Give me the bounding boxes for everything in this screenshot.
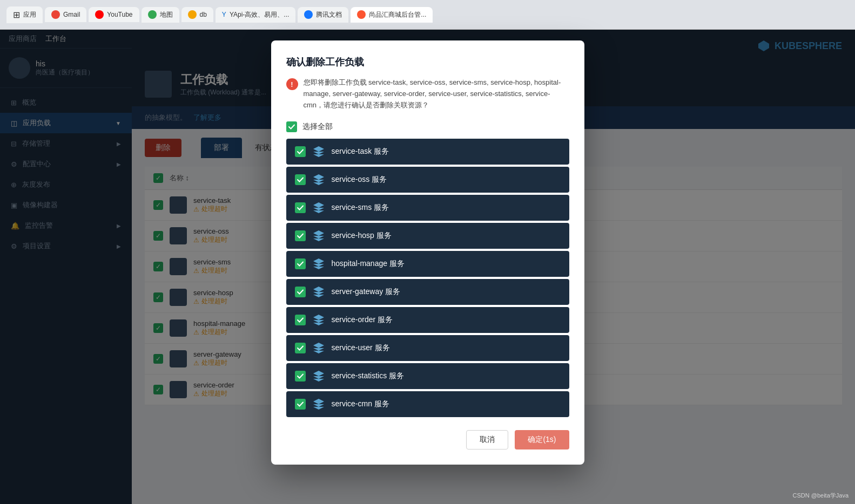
tab-maps[interactable]: 地图	[142, 7, 179, 23]
tab-db[interactable]: db	[181, 7, 213, 22]
service-item-8[interactable]: service-statistics 服务	[286, 363, 569, 389]
tab-db-label: db	[200, 11, 207, 18]
service-checkbox-4[interactable]	[295, 258, 306, 269]
modal-title: 确认删除工作负载	[286, 56, 569, 69]
service-name-8: service-statistics 服务	[332, 371, 405, 381]
tab-gmail[interactable]: Gmail	[45, 7, 86, 22]
service-name-4: hospital-manage 服务	[332, 259, 405, 269]
tab-tencent-label: 腾讯文档	[316, 10, 342, 19]
service-item-3[interactable]: service-hosp 服务	[286, 223, 569, 249]
tab-apps[interactable]: ⊞ 应用	[6, 6, 43, 23]
modal-overlay: 确认删除工作负载 ! 您即将删除工作负载 service-task, servi…	[0, 30, 855, 504]
tab-active-label: 尚品汇商城后台管...	[369, 10, 426, 19]
deploy-icon-9	[312, 398, 325, 411]
service-list: service-task 服务 service-oss 服务	[286, 139, 569, 417]
service-item-2[interactable]: service-sms 服务	[286, 195, 569, 221]
tab-apps-label: 应用	[23, 10, 36, 19]
service-item-7[interactable]: service-user 服务	[286, 335, 569, 361]
service-name-3: service-hosp 服务	[332, 231, 392, 241]
service-checkbox-0[interactable]	[295, 146, 306, 157]
modal-warning-text: 您即将删除工作负载 service-task, service-oss, ser…	[304, 77, 569, 111]
service-item-4[interactable]: hospital-manage 服务	[286, 251, 569, 277]
deploy-icon-2	[312, 201, 325, 214]
select-all-toggle[interactable]	[286, 121, 297, 132]
select-all-row[interactable]: 选择全部	[286, 121, 569, 132]
service-name-9: service-cmn 服务	[332, 399, 389, 409]
service-checkbox-2[interactable]	[295, 202, 306, 213]
tab-yapi-label: YApi-高效、易用、...	[230, 10, 289, 19]
deploy-icon-6	[312, 314, 325, 326]
delete-modal: 确认删除工作负载 ! 您即将删除工作负载 service-task, servi…	[271, 40, 584, 465]
service-checkbox-6[interactable]	[295, 315, 306, 325]
deploy-icon-5	[312, 285, 325, 298]
cancel-button[interactable]: 取消	[466, 430, 508, 449]
deploy-icon-8	[312, 370, 325, 383]
tab-gmail-label: Gmail	[63, 11, 80, 18]
deploy-icon-4	[312, 257, 325, 270]
service-checkbox-1[interactable]	[295, 174, 306, 185]
modal-footer: 取消 确定(1s)	[286, 430, 569, 449]
tab-youtube-label: YouTube	[107, 11, 132, 18]
app-container: 应用商店 工作台 his 尚医通（医疗项目） ⊞ 概览 ◫ 应用负载 ▼ ⊟ 存…	[0, 30, 855, 504]
service-checkbox-3[interactable]	[295, 230, 306, 241]
confirm-button[interactable]: 确定(1s)	[515, 430, 569, 449]
service-name-6: service-order 服务	[332, 315, 393, 325]
service-name-2: service-sms 服务	[332, 203, 389, 213]
browser-tabs: ⊞ 应用 Gmail YouTube 地图 db Y YApi-高效、易用、..…	[6, 6, 849, 23]
modal-warning: ! 您即将删除工作负载 service-task, service-oss, s…	[286, 77, 569, 111]
deploy-icon-0	[312, 145, 325, 158]
service-item-5[interactable]: server-gateway 服务	[286, 279, 569, 305]
service-checkbox-7[interactable]	[295, 343, 306, 353]
service-item-6[interactable]: service-order 服务	[286, 307, 569, 333]
watermark: CSDN @beita学Java	[793, 492, 849, 500]
service-name-0: service-task 服务	[332, 147, 389, 156]
service-checkbox-5[interactable]	[295, 287, 306, 297]
service-name-1: service-oss 服务	[332, 175, 387, 185]
tab-tencent[interactable]: 腾讯文档	[298, 7, 348, 23]
tab-maps-label: 地图	[160, 10, 173, 19]
service-name-7: service-user 服务	[332, 343, 390, 353]
deploy-icon-3	[312, 229, 325, 242]
service-name-5: server-gateway 服务	[332, 287, 401, 297]
service-checkbox-9[interactable]	[295, 399, 306, 410]
deploy-icon-7	[312, 342, 325, 355]
warning-icon: !	[286, 78, 298, 90]
service-item-9[interactable]: service-cmn 服务	[286, 391, 569, 417]
select-all-label: 选择全部	[302, 122, 333, 132]
deploy-icon-1	[312, 173, 325, 186]
service-checkbox-8[interactable]	[295, 371, 306, 382]
service-item-1[interactable]: service-oss 服务	[286, 167, 569, 193]
tab-youtube[interactable]: YouTube	[89, 7, 139, 22]
service-item-0[interactable]: service-task 服务	[286, 139, 569, 165]
browser-chrome: ⊞ 应用 Gmail YouTube 地图 db Y YApi-高效、易用、..…	[0, 0, 855, 30]
tab-yapi[interactable]: Y YApi-高效、易用、...	[216, 7, 295, 23]
tab-active[interactable]: 尚品汇商城后台管...	[351, 7, 433, 23]
